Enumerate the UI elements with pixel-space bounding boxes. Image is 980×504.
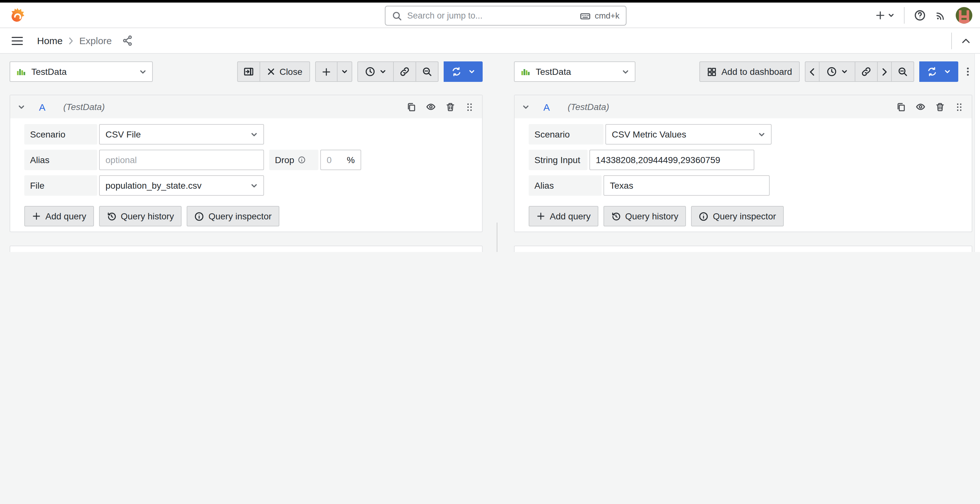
- copy-query-icon[interactable]: [896, 102, 906, 112]
- drag-grip-icon[interactable]: [465, 102, 474, 112]
- four-squares-grid-icon: [707, 67, 717, 77]
- grafana-explore-window: Search or jump to... cmd+k: [0, 0, 980, 252]
- query-editor-card-left: A (TestData): [10, 95, 483, 232]
- alias-label: Alias: [24, 150, 97, 170]
- query-inspector-button[interactable]: Query inspector: [691, 206, 784, 226]
- run-query-button-left[interactable]: [444, 61, 483, 82]
- plus-icon: [32, 212, 41, 221]
- hamburger-menu-icon[interactable]: [11, 36, 23, 45]
- query-actions-left: Add query Query history Query inspector: [10, 201, 482, 231]
- link-button-left[interactable]: [393, 61, 416, 82]
- alias-input[interactable]: Texas: [603, 175, 770, 196]
- pane-resize-handle[interactable]: [497, 223, 497, 252]
- file-label: File: [24, 175, 97, 196]
- drag-grip-icon[interactable]: [955, 102, 964, 112]
- copy-query-icon[interactable]: [407, 102, 416, 112]
- alias-input[interactable]: optional: [99, 150, 264, 170]
- new-menu-button[interactable]: [875, 10, 894, 21]
- time-shift-forward-button[interactable]: [877, 61, 892, 82]
- chevron-down-icon: [841, 69, 848, 75]
- remove-query-trash-icon[interactable]: [445, 102, 455, 112]
- query-history-button[interactable]: Query history: [99, 206, 182, 226]
- explore-pane-left: TestData Close: [10, 61, 483, 252]
- plus-icon: [536, 212, 545, 221]
- search-icon: [392, 11, 402, 21]
- add-to-dashboard-button[interactable]: Add to dashboard: [700, 61, 800, 82]
- plus-icon: [875, 10, 885, 21]
- search-placeholder: Search or jump to...: [407, 11, 575, 21]
- chevron-down-icon: [758, 131, 765, 138]
- datasource-picker-right[interactable]: TestData: [514, 61, 635, 82]
- scenario-select[interactable]: CSV Metric Values: [605, 124, 772, 145]
- app-header: Search or jump to... cmd+k: [0, 3, 980, 28]
- header-divider: [904, 7, 905, 24]
- chevron-down-icon: [888, 12, 894, 19]
- scenario-select[interactable]: CSV File: [99, 124, 264, 145]
- more-menu-button[interactable]: [963, 61, 972, 82]
- add-query-button[interactable]: Add query: [529, 206, 598, 226]
- query-body-left: Scenario CSV File Alias optional: [10, 118, 482, 201]
- query-history-button[interactable]: Query history: [603, 206, 686, 226]
- split-view-button[interactable]: [237, 61, 260, 82]
- hide-query-eye-icon[interactable]: [426, 102, 436, 112]
- chevron-down-icon: [380, 69, 386, 75]
- query-header-icons: [407, 102, 474, 112]
- help-button[interactable]: [914, 10, 926, 21]
- collapse-chevron-icon[interactable]: [18, 103, 25, 110]
- link-button-right[interactable]: [855, 61, 878, 82]
- string-input-label: String Input: [529, 150, 587, 170]
- breadcrumb-divider: [951, 32, 952, 49]
- explore-pane-right: TestData Add to dashboard: [514, 61, 972, 252]
- query-inspector-button[interactable]: Query inspector: [187, 206, 279, 226]
- right-toolbar-actions: Add to dashboard: [700, 61, 972, 82]
- zoom-out-button-left[interactable]: [415, 61, 439, 82]
- add-panel-dropdown-button[interactable]: [337, 61, 352, 82]
- query-header-right[interactable]: A (TestData): [515, 95, 972, 118]
- scenario-label: Scenario: [529, 124, 603, 145]
- remove-query-trash-icon[interactable]: [935, 102, 945, 112]
- collapse-chevron-icon[interactable]: [522, 103, 529, 110]
- search-shortcut: cmd+k: [580, 11, 619, 21]
- history-clock-icon: [611, 211, 621, 221]
- clock-icon: [365, 67, 375, 77]
- window-top-strip: [0, 0, 980, 3]
- news-button[interactable]: [935, 10, 946, 21]
- left-toolbar: TestData Close: [10, 61, 483, 82]
- scenario-label: Scenario: [24, 124, 97, 145]
- query-ref-id[interactable]: A: [543, 101, 550, 112]
- keyboard-icon: [580, 11, 591, 21]
- user-avatar[interactable]: [956, 7, 972, 24]
- testdata-datasource-icon: [520, 67, 531, 77]
- close-split-button[interactable]: Close: [259, 61, 310, 82]
- time-picker-button-right[interactable]: [819, 61, 855, 82]
- chevron-up-icon[interactable]: [961, 37, 971, 45]
- header-right-actions: [875, 3, 972, 28]
- breadcrumb-separator-icon: [68, 37, 73, 45]
- drop-percent-input[interactable]: 0 %: [320, 150, 361, 170]
- query-ref-id[interactable]: A: [39, 101, 45, 112]
- time-picker-button-left[interactable]: [357, 61, 394, 82]
- query-body-right: Scenario CSV Metric Values String Input: [515, 118, 972, 201]
- chevron-down-icon: [251, 131, 258, 138]
- breadcrumb-bar: Home Explore: [0, 28, 980, 54]
- search-input[interactable]: Search or jump to... cmd+k: [385, 6, 627, 26]
- drop-label: Drop: [269, 150, 318, 170]
- file-select[interactable]: population_by_state.csv: [99, 175, 264, 196]
- breadcrumb-home[interactable]: Home: [37, 35, 63, 46]
- string-input-field[interactable]: 14338208,20944499,29360759: [589, 150, 754, 170]
- hide-query-eye-icon[interactable]: [915, 102, 926, 112]
- alias-label: Alias: [529, 175, 601, 196]
- add-panel-button[interactable]: [315, 61, 337, 82]
- datasource-picker-left[interactable]: TestData: [10, 61, 153, 82]
- query-actions-right: Add query Query history Query inspector: [515, 201, 972, 231]
- share-alt-icon[interactable]: [122, 35, 133, 46]
- query-header-left[interactable]: A (TestData): [10, 95, 482, 118]
- query-header-icons: [896, 102, 964, 112]
- time-shift-back-button[interactable]: [805, 61, 819, 82]
- add-query-button[interactable]: Add query: [24, 206, 94, 226]
- grafana-logo-icon[interactable]: [9, 7, 25, 24]
- zoom-out-button-right[interactable]: [891, 61, 914, 82]
- chevron-down-icon: [622, 68, 629, 75]
- chevron-down-icon: [469, 69, 475, 75]
- run-query-button-right[interactable]: [919, 61, 958, 82]
